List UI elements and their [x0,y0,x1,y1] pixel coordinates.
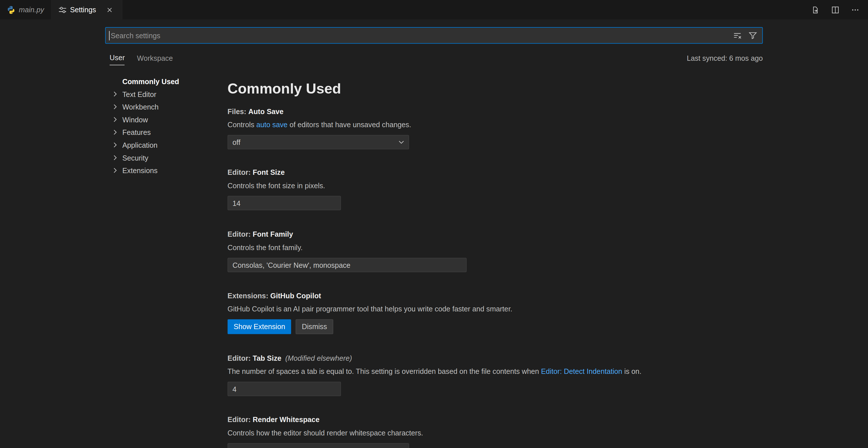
toc-item-commonly-used[interactable]: Commonly Used [105,75,221,88]
dismiss-button[interactable]: Dismiss [296,319,333,334]
tab-label: Settings [70,5,96,14]
render-whitespace-select[interactable] [227,443,409,448]
toc-label: Features [122,128,151,137]
copilot-actions: Show Extension Dismiss [227,319,763,334]
setting-title: Extensions: GitHub Copilot [227,291,763,301]
setting-editor-tab-size: Editor: Tab Size(Modified elsewhere) The… [227,354,763,396]
setting-description: Controls how the editor should render wh… [227,428,763,438]
toc-label: Workbench [122,103,159,111]
settings-toc: Commonly Used Text Editor Workbench Wind… [105,75,221,177]
setting-title: Files: Auto Save [227,107,763,117]
filter-icon[interactable] [747,29,759,42]
desc-text: The number of spaces a tab is equal to. … [227,367,541,376]
show-extension-button[interactable]: Show Extension [227,319,291,334]
chevron-right-icon[interactable] [111,166,120,175]
setting-name: Tab Size [253,354,281,362]
settings-sliders-icon [58,5,67,14]
vscode-window: main.py Settings [0,0,868,448]
toc-item-workbench[interactable]: Workbench [105,101,221,114]
setting-title: Editor: Tab Size(Modified elsewhere) [227,354,763,363]
search-actions [731,29,759,42]
setting-editor-font-family: Editor: Font Family Controls the font fa… [227,230,763,272]
setting-description: The number of spaces a tab is equal to. … [227,367,763,377]
more-actions-icon[interactable] [849,4,862,16]
toc-item-security[interactable]: Security [105,152,221,164]
desc-text: Controls how the editor should render wh… [227,429,423,437]
setting-editor-render-whitespace: Editor: Render Whitespace Controls how t… [227,415,763,448]
setting-files-auto-save: Files: Auto Save Controls auto save of e… [227,107,763,149]
setting-name: Auto Save [248,107,283,116]
open-settings-json-icon[interactable] [809,4,822,16]
setting-description: Controls auto save of editors that have … [227,120,763,130]
close-icon[interactable] [104,4,115,15]
setting-title: Editor: Font Family [227,230,763,239]
detect-indentation-link[interactable]: Editor: Detect Indentation [541,367,622,376]
tab-size-input[interactable] [227,382,341,396]
setting-extensions-github-copilot: Extensions: GitHub Copilot GitHub Copilo… [227,291,763,334]
setting-category: Editor: [227,415,252,424]
setting-name: Font Size [253,168,285,177]
setting-name: GitHub Copilot [270,291,321,300]
auto-save-link[interactable]: auto save [256,121,287,129]
editor-actions [809,0,861,20]
toc-label: Security [122,154,148,162]
desc-text: is on. [622,367,642,376]
clear-search-icon[interactable] [731,29,744,42]
chevron-right-icon[interactable] [111,102,120,111]
desc-text: Controls the font family. [227,244,303,252]
text-caret [109,31,110,40]
toc-label: Application [122,141,157,150]
settings-list: Commonly Used Files: Auto Save Controls … [227,72,763,448]
toc-item-features[interactable]: Features [105,126,221,139]
auto-save-select[interactable]: off [227,135,409,149]
chevron-right-icon[interactable] [111,90,120,98]
font-size-input[interactable] [227,196,341,210]
setting-category: Extensions: [227,291,270,300]
setting-title: Editor: Font Size [227,168,763,178]
scope-tab-workspace[interactable]: Workspace [137,52,173,65]
desc-text: GitHub Copilot is an AI pair programmer … [227,305,512,313]
tab-main-py[interactable]: main.py [0,0,51,20]
desc-text: Controls [227,121,256,129]
last-synced-label: Last synced: 6 mos ago [687,54,763,62]
setting-name: Font Family [253,230,293,238]
settings-search-input[interactable]: Search settings [105,27,763,44]
toc-label: Extensions [122,166,157,175]
settings-scope-row: User Workspace Last synced: 6 mos ago [105,51,763,66]
setting-description: Controls the font family. [227,243,763,253]
toc-label: Window [122,116,148,124]
setting-editor-font-size: Editor: Font Size Controls the font size… [227,168,763,210]
toc-item-text-editor[interactable]: Text Editor [105,88,221,101]
toc-label: Text Editor [122,90,156,98]
desc-text: Controls the font size in pixels. [227,181,325,190]
toc-item-window[interactable]: Window [105,114,221,126]
toc-label: Commonly Used [122,77,179,86]
font-family-input[interactable] [227,258,467,272]
select-value: off [232,138,241,146]
setting-title: Editor: Render Whitespace [227,415,763,425]
chevron-right-icon[interactable] [111,140,120,150]
setting-description: GitHub Copilot is an AI pair programmer … [227,304,763,314]
setting-category: Files: [227,107,248,116]
toc-item-application[interactable]: Application [105,139,221,152]
tab-settings[interactable]: Settings [51,0,122,20]
setting-category: Editor: [227,168,252,177]
search-placeholder: Search settings [111,31,160,40]
chevron-down-icon [397,138,406,147]
scope-tab-user[interactable]: User [110,51,125,65]
chevron-right-icon[interactable] [111,115,120,124]
setting-category: Editor: [227,230,252,238]
toc-item-extensions[interactable]: Extensions [105,164,221,177]
setting-name: Render Whitespace [253,415,319,424]
split-editor-icon[interactable] [829,4,841,16]
setting-description: Controls the font size in pixels. [227,181,763,191]
editor-tab-bar: main.py Settings [0,0,868,20]
chevron-down-icon [397,446,406,448]
desc-text: of editors that have unsaved changes. [288,121,411,129]
chevron-right-icon[interactable] [111,153,120,162]
modified-elsewhere-label: (Modified elsewhere) [285,354,352,362]
setting-category: Editor: [227,354,252,362]
chevron-right-icon[interactable] [111,128,120,137]
tab-label: main.py [19,5,44,14]
page-title: Commonly Used [227,78,763,98]
